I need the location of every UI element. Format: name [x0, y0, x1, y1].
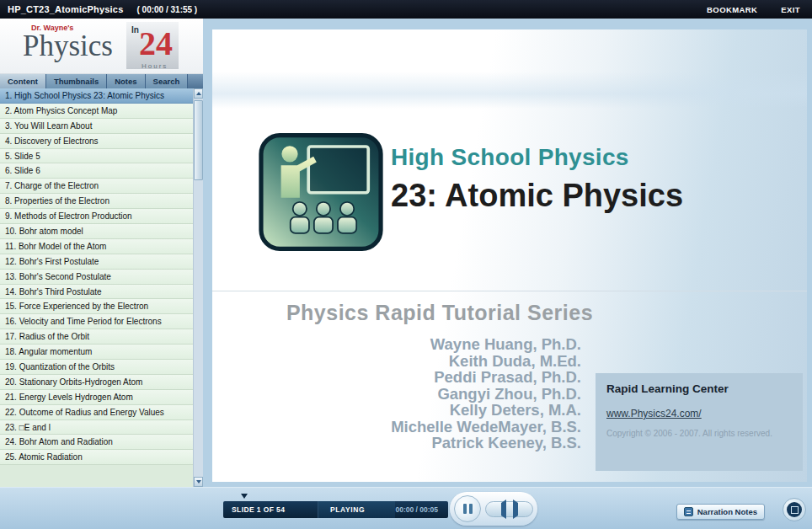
sidebar-tab-label: Notes: [115, 77, 136, 86]
playback-state: PLAYING: [318, 501, 395, 518]
slide-list-item-label: 11. Bohr Model of the Atom: [5, 242, 106, 251]
series-title: Physics Rapid Tutorial Series: [254, 301, 625, 325]
author-name: Michelle WedeMayer, B.S.: [391, 419, 581, 435]
sidebar-tab[interactable]: Search: [146, 74, 189, 88]
slide-list-item[interactable]: 4. Discovery of Electrons: [0, 134, 193, 149]
status-strip: SLIDE 1 OF 54 PLAYING 00:00 / 00:05: [223, 501, 448, 518]
fit-screen-icon: [787, 502, 802, 517]
sidebar-tabs: Content Thumbnails Notes Search: [0, 74, 203, 88]
slide-list-item[interactable]: 3. You Will Learn About: [0, 119, 193, 134]
exit-button[interactable]: EXIT: [781, 5, 800, 14]
slide-list-item[interactable]: 16. Velocity and Time Period for Electro…: [0, 314, 193, 329]
logo-in-word: In: [131, 25, 139, 35]
slide-list-scrollbar[interactable]: [193, 88, 203, 487]
slide-list-item[interactable]: 20. Stationary Orbits-Hydrogen Atom: [0, 375, 193, 390]
copyright-text: Copyright © 2006 - 2007. All rights rese…: [606, 429, 792, 438]
sidebar-tab-label: Thumbnails: [54, 77, 99, 86]
course-player-window: HP_CT23_AtomicPhysics ( 00:00 / 31:55 ) …: [0, 0, 812, 529]
slide-canvas: High School Physics 23: Atomic Physics P…: [212, 29, 807, 482]
slide-list-item[interactable]: 12. Bohr's First Postulate: [0, 254, 193, 270]
author-name-text: Michelle WedeMayer, B.S.: [391, 418, 581, 435]
notes-icon: [684, 507, 693, 516]
slide-list-item-label: 21. Energy Levels Hydrogen Atom: [5, 393, 133, 402]
slide-list-item-label: 1. High School Physics 23: Atomic Physic…: [5, 91, 164, 100]
slide-list-item-label: 6. Slide 6: [5, 166, 40, 175]
slide-list-item[interactable]: 10. Bohr atom model: [0, 224, 193, 239]
logo-word: Physics: [23, 29, 113, 63]
sidebar-tab[interactable]: Thumbnails: [46, 74, 107, 88]
sidebar-tab[interactable]: Content: [0, 74, 46, 88]
rapid-learning-info-box: Rapid Learning Center www.Physics24.com/…: [596, 373, 803, 471]
transport-controls: [450, 492, 537, 526]
slide-list-item-label: 17. Radius of the Orbit: [5, 332, 89, 341]
slide-list-item[interactable]: 13. Bohr's Second Postulate: [0, 270, 193, 285]
slide-kicker: High School Physics: [391, 144, 629, 171]
slide-title: 23: Atomic Physics: [391, 178, 683, 214]
scrollbar-thumb[interactable]: [194, 100, 203, 180]
logo-number: 24: [139, 24, 173, 63]
scroll-up-icon[interactable]: [194, 88, 203, 99]
narration-notes-button[interactable]: Narration Notes: [676, 504, 765, 520]
slide-list-item-label: 13. Bohr's Second Postulate: [5, 272, 111, 281]
slide-list-item-label: 2. Atom Physics Concept Map: [5, 106, 117, 115]
author-name: Gangyi Zhou, Ph.D.: [391, 386, 581, 403]
slide-list-item[interactable]: 11. Bohr Model of the Atom: [0, 239, 193, 254]
author-name: Peddi Prasad, Ph.D.: [391, 369, 581, 386]
slide-divider: [212, 291, 807, 291]
info-box-title: Rapid Learning Center: [606, 382, 792, 395]
slide-list-item[interactable]: 18. Angular momentum: [0, 345, 193, 360]
slide-list-item[interactable]: 21. Energy Levels Hydrogen Atom: [0, 390, 193, 405]
sidebar-tab-label: Content: [8, 77, 38, 86]
total-time: ( 00:00 / 31:55 ): [136, 5, 197, 14]
slide-list-item[interactable]: 7. Charge of the Electron: [0, 179, 193, 194]
slide-list-item[interactable]: 24. Bohr Atom and Radiation: [0, 435, 193, 450]
scroll-down-icon[interactable]: [194, 477, 203, 487]
slide-list-item[interactable]: 9. Methods of Electron Production: [0, 209, 193, 224]
slide-list-item[interactable]: 15. Force Experienced by the Electron: [0, 299, 193, 314]
title-bar: HP_CT23_AtomicPhysics ( 00:00 / 31:55 ) …: [0, 0, 812, 19]
slide-list-item[interactable]: 14. Bohr's Third Postulate: [0, 285, 193, 300]
author-name-text: Gangyi Zhou, Ph.D.: [437, 385, 581, 403]
slide-list-item[interactable]: 25. Atomic Radiation: [0, 450, 193, 465]
slide-list-item[interactable]: 6. Slide 6: [0, 163, 193, 179]
slide-list-item-label: 8. Properties of the Electron: [5, 196, 110, 206]
bookmark-button[interactable]: BOOKMARK: [707, 5, 757, 14]
author-name: Keith Duda, M.Ed.: [391, 353, 581, 370]
slide-list-item-label: 5. Slide 5: [5, 152, 40, 161]
slide-list-item[interactable]: 5. Slide 5: [0, 149, 193, 164]
slide-list-item-label: 9. Methods of Electron Production: [5, 211, 132, 221]
pause-button[interactable]: [454, 495, 481, 522]
author-name-text: Kelly Deters, M.A.: [450, 401, 581, 419]
slide-list-item[interactable]: 2. Atom Physics Concept Map: [0, 104, 193, 119]
slide-list-item[interactable]: 22. Outcome of Radius and Energy Values: [0, 405, 193, 420]
slide-stage: High School Physics 23: Atomic Physics P…: [203, 19, 812, 487]
physics24-link[interactable]: www.Physics24.com/: [606, 408, 702, 419]
fit-screen-button[interactable]: [783, 498, 806, 521]
sidebar-tab[interactable]: Notes: [107, 74, 145, 88]
author-name: Wayne Huang, Ph.D.: [391, 336, 581, 353]
pause-icon: [463, 504, 473, 514]
next-slide-button[interactable]: [512, 503, 520, 516]
slide-list-item-label: 19. Quantization of the Orbits: [5, 362, 115, 371]
slide-list-item-label: 20. Stationary Orbits-Hydrogen Atom: [5, 377, 142, 387]
sidebar: Dr. Wayne's Physics In 24 Hours Content …: [0, 19, 203, 487]
author-name: Kelly Deters, M.A.: [391, 402, 581, 419]
author-name-text: Wayne Huang, Ph.D.: [430, 335, 581, 353]
narration-notes-label: Narration Notes: [697, 507, 757, 516]
previous-slide-button[interactable]: [499, 503, 507, 516]
slide-list-item[interactable]: 1. High School Physics 23: Atomic Physic…: [0, 88, 193, 104]
slide-list-item[interactable]: 17. Radius of the Orbit: [0, 329, 193, 345]
slide-list-item-label: 18. Angular momentum: [5, 347, 92, 356]
author-name-text: Keith Duda, M.Ed.: [449, 352, 581, 370]
skip-button-group: [485, 501, 533, 517]
slide-list-item[interactable]: 23. □E and l: [0, 420, 193, 435]
slide-list: 1. High School Physics 23: Atomic Physic…: [0, 88, 193, 487]
slide-list-item[interactable]: 19. Quantization of the Orbits: [0, 360, 193, 375]
slide-list-item-label: 3. You Will Learn About: [5, 121, 92, 131]
author-name-text: Patrick Keeney, B.S.: [431, 434, 581, 452]
slide-list-item-label: 22. Outcome of Radius and Energy Values: [5, 408, 164, 417]
slide-list-item-label: 24. Bohr Atom and Radiation: [5, 437, 113, 446]
author-list: Wayne Huang, Ph.D. Keith Duda, M.Ed. Ped…: [391, 336, 581, 452]
author-name: Patrick Keeney, B.S.: [391, 435, 581, 452]
slide-list-item[interactable]: 8. Properties of the Electron: [0, 194, 193, 209]
